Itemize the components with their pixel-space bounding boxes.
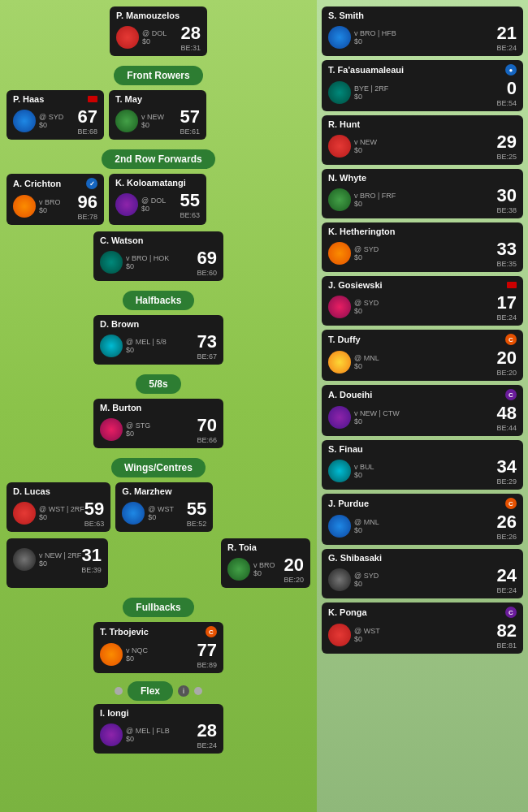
be-info: BE:67 <box>197 352 217 361</box>
match-info: BYE | 2RF <box>354 84 388 93</box>
flex-btn[interactable]: Flex <box>128 681 173 701</box>
score: 77 <box>197 640 217 661</box>
wings-centres-cards-2: v NEW | 2RF $0 31 BE:39 R. Toia v BR <box>6 538 310 593</box>
player-name-row: K. Ponga C <box>328 607 517 618</box>
match-info: @ SYD <box>354 299 379 307</box>
price-info: $0 <box>126 735 170 743</box>
score: 21 <box>497 23 517 44</box>
player-card[interactable]: R. Hunt v NEW $0 29 BE:25 <box>322 115 523 165</box>
match-info: @ MNL <box>354 354 379 362</box>
player-card[interactable]: I. Iongi @ MEL | FLB $0 28 BE:24 <box>93 704 223 754</box>
avatar <box>100 251 123 274</box>
price-info: $0 <box>142 37 167 45</box>
halfbacks-btn[interactable]: Halfbacks <box>123 291 195 310</box>
player-card[interactable]: C. Watson v BRO | HOK $0 69 BE:60 <box>93 231 223 281</box>
price-info: $0 <box>126 430 150 438</box>
be-info: BE:20 <box>496 369 517 377</box>
match-info: @ MNL <box>354 518 379 526</box>
player-card[interactable]: G. Marzhew @ WST $0 55 BE:52 <box>115 482 213 532</box>
player-card[interactable]: A. Doueihi C v NEW | CTW $0 48 BE:44 <box>322 385 523 436</box>
avatar <box>328 568 351 591</box>
price-info: $0 <box>148 513 174 521</box>
player-name: G. Shibasaki <box>328 553 517 563</box>
player-card[interactable]: T. Trbojevic C v NQC $0 77 BE:89 <box>93 622 223 673</box>
front-rowers-btn[interactable]: Front Rowers <box>114 66 202 85</box>
top-card-section: P. Mamouzelos @ DOL $0 28 BE:31 <box>6 6 310 61</box>
be-info: BE:29 <box>496 477 517 486</box>
info-icon[interactable]: i <box>178 685 189 697</box>
player-card[interactable]: S. Smith v BRO | HFB $0 21 BE:24 <box>322 6 523 56</box>
player-name: J. Purdue <box>328 499 369 508</box>
5-8s-btn[interactable]: 5/8s <box>136 374 180 394</box>
avatar <box>100 643 123 666</box>
player-card[interactable]: K. Ponga C @ WST $0 82 BE:81 <box>322 603 523 654</box>
score: 48 <box>497 403 517 424</box>
player-card[interactable]: T. May v NEW $0 57 BE:61 <box>109 90 206 140</box>
match-info: @ SYD <box>39 113 63 121</box>
price-info: $0 <box>354 307 379 315</box>
left-panel: P. Mamouzelos @ DOL $0 28 BE:31 Front Ro… <box>0 0 317 812</box>
player-card[interactable]: K. Hetherington @ SYD $0 33 BE:35 <box>322 222 523 272</box>
2nd-row-cards: A. Crichton ✓ v BRO $0 96 BE:78 K <box>6 174 310 230</box>
player-name: C. Watson <box>100 235 143 245</box>
fullbacks-btn[interactable]: Fullbacks <box>123 598 193 617</box>
avatar <box>328 26 351 49</box>
flex-label-row: Flex i <box>6 681 310 701</box>
wings-centres-btn[interactable]: Wings/Centres <box>111 458 206 477</box>
player-card[interactable]: J. Gosiewski @ SYD $0 17 BE:24 <box>322 276 523 326</box>
score: 0 <box>507 78 517 99</box>
player-name-row: A. Doueihi C <box>328 389 517 400</box>
player-name-row: J. Purdue C <box>328 498 517 509</box>
player-card[interactable]: N. Whyte v BRO | FRF $0 30 BE:38 <box>322 169 523 218</box>
price-info: $0 <box>354 200 396 208</box>
score: 55 <box>180 190 200 211</box>
be-info: BE:52 <box>187 520 207 528</box>
player-card[interactable]: J. Purdue C @ MNL $0 26 BE:26 <box>322 494 523 545</box>
player-card[interactable]: A. Crichton ✓ v BRO $0 96 BE:78 <box>6 174 104 225</box>
match-info: @ MEL | FLB <box>126 727 170 735</box>
match-info: @ WST <box>354 627 380 635</box>
match-info: @ SYD <box>354 572 379 580</box>
avatar <box>328 624 351 646</box>
score: 82 <box>497 620 517 641</box>
score: 59 <box>84 499 104 520</box>
be-info: BE:24 <box>496 44 517 52</box>
player-card[interactable]: v NEW | 2RF $0 31 BE:39 <box>6 538 108 588</box>
player-card[interactable]: D. Lucas @ WST | 2RF $0 59 BE:63 <box>6 482 110 532</box>
player-card[interactable]: D. Brown @ MEL | 5/8 $0 73 BE:67 <box>93 315 223 365</box>
2nd-row-btn[interactable]: 2nd Row Forwards <box>102 149 214 169</box>
player-card[interactable]: G. Shibasaki @ SYD $0 24 BE:24 <box>322 549 523 598</box>
price-info: $0 <box>39 121 63 129</box>
player-card[interactable]: M. Burton @ STG $0 70 BE:66 <box>93 399 223 448</box>
avatar <box>116 26 139 49</box>
avatar <box>328 406 351 429</box>
avatar <box>115 110 138 132</box>
player-name: D. Brown <box>100 319 139 329</box>
be-info: BE:81 <box>496 641 517 650</box>
player-card[interactable]: P. Mamouzelos @ DOL $0 28 BE:31 <box>110 6 207 56</box>
price-info: $0 <box>141 205 166 213</box>
be-info: BE:60 <box>197 269 217 277</box>
player-card[interactable]: P. Haas @ SYD $0 67 BE:68 <box>6 90 104 140</box>
player-card[interactable]: K. Koloamatangi @ DOL $0 55 BE:63 <box>109 174 206 225</box>
be-info: BE:26 <box>496 533 517 541</box>
player-card[interactable]: T. Duffy C @ MNL $0 20 BE:20 <box>322 330 523 381</box>
price-info: $0 <box>354 471 374 479</box>
player-name: R. Hunt <box>328 119 517 129</box>
score: 20 <box>284 555 304 576</box>
5-8s-cards: M. Burton @ STG $0 70 BE:66 <box>6 399 310 453</box>
player-name: A. Crichton <box>13 179 61 188</box>
avatar <box>328 135 351 158</box>
player-card[interactable]: S. Finau v BUL $0 34 BE:29 <box>322 440 523 490</box>
score: 28 <box>181 23 201 44</box>
match-info: @ WST | 2RF <box>39 505 84 513</box>
player-card[interactable]: R. Toia v BRO $0 20 BE:20 <box>221 538 310 588</box>
score: 33 <box>497 239 517 260</box>
flex-cards: I. Iongi @ MEL | FLB $0 28 BE:24 <box>6 704 310 758</box>
player-card[interactable]: T. Fa'asuamaleaui ● BYE | 2RF $0 0 BE:54 <box>322 60 523 111</box>
price-info: $0 <box>354 580 379 588</box>
orange-badge: C <box>505 498 517 509</box>
player-name: S. Smith <box>328 11 517 20</box>
score: 30 <box>497 185 517 206</box>
score: 26 <box>497 512 517 533</box>
